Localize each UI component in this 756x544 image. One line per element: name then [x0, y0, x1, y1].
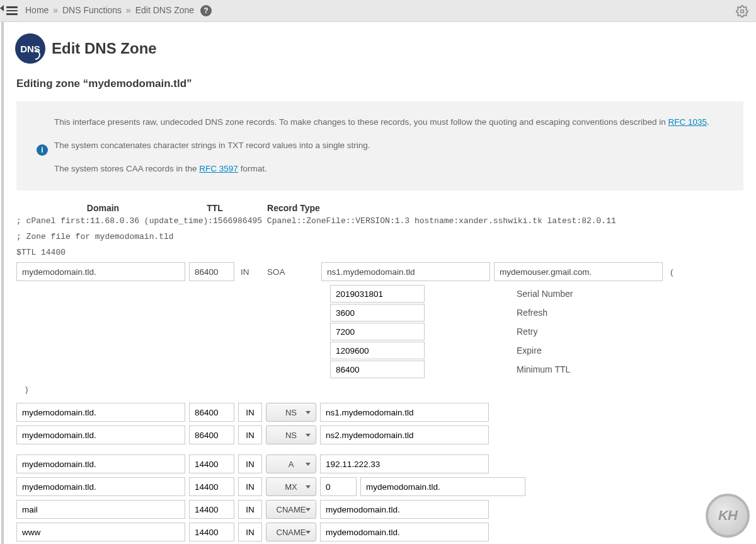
record-value-input[interactable]	[320, 425, 489, 444]
record-ttl-input[interactable]	[189, 523, 234, 541]
record-value-input[interactable]	[320, 454, 489, 473]
svg-point-0	[741, 10, 744, 13]
col-domain: Domain	[16, 203, 190, 213]
record-row: CNAME	[16, 500, 743, 519]
record-ttl-input[interactable]	[189, 403, 234, 422]
soa-ttl-input[interactable]	[189, 262, 234, 281]
record-row: A	[16, 454, 743, 473]
col-ttl: TTL	[190, 203, 240, 213]
soa-serial-input[interactable]	[330, 285, 425, 303]
record-value-input[interactable]	[320, 403, 489, 422]
soa-type: SOA	[267, 262, 318, 281]
soa-minttl-row: Minimum TTL	[330, 361, 743, 378]
breadcrumb-current: Edit DNS Zone	[135, 5, 194, 15]
soa-open-paren: (	[667, 267, 673, 277]
record-domain-input[interactable]	[16, 523, 185, 541]
record-domain-input[interactable]	[16, 500, 185, 519]
record-type-select[interactable]: CNAME	[266, 500, 316, 519]
page-title: Edit DNS Zone	[52, 40, 157, 57]
soa-minttl-label: Minimum TTL	[517, 364, 570, 374]
soa-serial-label: Serial Number	[517, 289, 573, 299]
breadcrumb-home[interactable]: Home	[25, 5, 49, 15]
record-ttl-input[interactable]	[189, 425, 234, 444]
soa-refresh-input[interactable]	[330, 304, 425, 321]
record-in-input[interactable]	[238, 500, 262, 519]
record-domain-input[interactable]	[16, 403, 185, 422]
gear-icon[interactable]	[736, 5, 748, 18]
soa-retry-row: Retry	[330, 323, 743, 340]
raw-ttl: $TTL 14400	[16, 247, 743, 259]
soa-close-paren: )	[16, 379, 743, 403]
record-type-select[interactable]: MX	[266, 477, 316, 496]
record-domain-input[interactable]	[16, 477, 185, 496]
rfc1035-link[interactable]: RFC 1035	[668, 117, 707, 127]
info-icon: i	[37, 144, 48, 156]
record-domain-input[interactable]	[16, 425, 185, 444]
soa-domain-input[interactable]	[16, 262, 185, 281]
record-ttl-input[interactable]	[189, 500, 234, 519]
soa-email-input[interactable]	[494, 262, 663, 281]
record-in-input[interactable]	[238, 477, 262, 496]
dns-logo-icon: DNS	[15, 33, 45, 64]
record-value-input[interactable]	[360, 477, 525, 496]
soa-retry-label: Retry	[517, 327, 537, 337]
record-row: NS	[16, 425, 743, 444]
breadcrumb: Home » DNS Functions » Edit DNS Zone ?	[25, 5, 212, 16]
record-value-input[interactable]	[320, 523, 489, 541]
soa-minttl-input[interactable]	[330, 361, 425, 378]
soa-refresh-label: Refresh	[517, 308, 547, 318]
record-type-select[interactable]: CNAME	[266, 523, 316, 541]
soa-row: IN SOA (	[16, 262, 743, 281]
page-header: DNS Edit DNS Zone	[4, 22, 756, 72]
soa-serial-row: Serial Number	[330, 285, 743, 303]
record-ttl-input[interactable]	[189, 477, 234, 496]
rfc3597-link[interactable]: RFC 3597	[199, 164, 238, 173]
raw-comment-2: ; Zone file for mydemodomain.tld	[16, 231, 743, 243]
raw-comment-1: ; cPanel first:11.68.0.36 (update_time):…	[16, 216, 743, 228]
record-type-select[interactable]: NS	[266, 425, 316, 444]
record-domain-input[interactable]	[16, 454, 185, 473]
breadcrumb-dns-functions[interactable]: DNS Functions	[62, 5, 122, 15]
record-type-select[interactable]: A	[266, 454, 316, 473]
soa-retry-input[interactable]	[330, 323, 425, 340]
column-headers: Domain TTL Record Type	[16, 203, 743, 213]
record-value-input[interactable]	[320, 500, 489, 519]
menu-icon[interactable]	[6, 6, 18, 15]
record-row: MX	[16, 477, 743, 496]
record-type-select[interactable]: NS	[266, 403, 316, 422]
soa-ns-input[interactable]	[321, 262, 490, 281]
record-in-input[interactable]	[238, 403, 262, 422]
info-box: i This interface presents raw, undecoded…	[16, 101, 743, 190]
record-in-input[interactable]	[238, 454, 262, 473]
soa-expire-label: Expire	[517, 345, 542, 356]
col-record-type: Record Type	[240, 203, 347, 213]
record-row: CNAME	[16, 523, 743, 541]
soa-expire-row: Expire	[330, 342, 743, 359]
record-in-input[interactable]	[238, 425, 262, 444]
breadcrumb-bar: Home » DNS Functions » Edit DNS Zone ?	[0, 0, 756, 22]
record-in-input[interactable]	[238, 523, 262, 541]
record-ttl-input[interactable]	[189, 454, 234, 473]
watermark-logo: KH	[706, 494, 750, 538]
record-row: NS	[16, 403, 743, 422]
help-icon[interactable]: ?	[200, 5, 212, 16]
soa-refresh-row: Refresh	[330, 304, 743, 321]
editing-zone-subtitle: Editing zone “mydemodomain.tld”	[4, 72, 756, 101]
soa-in: IN	[238, 262, 263, 281]
soa-expire-input[interactable]	[330, 342, 425, 359]
record-mx-priority-input[interactable]	[320, 477, 357, 496]
